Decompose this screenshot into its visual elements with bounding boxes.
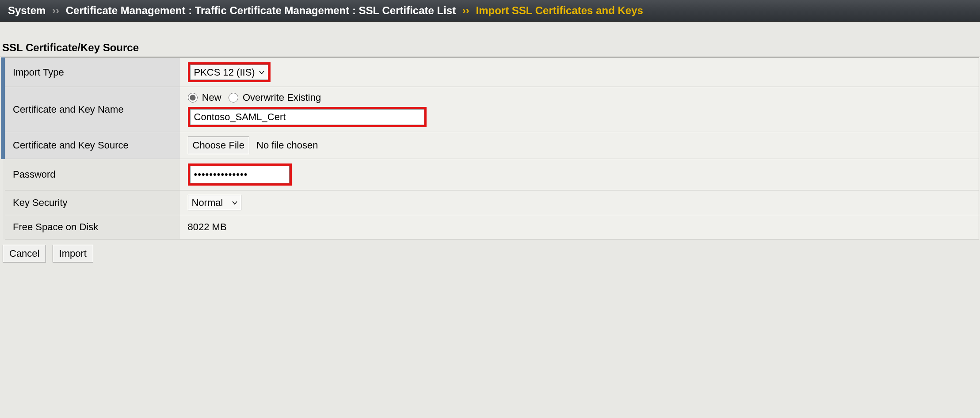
breadcrumb-current: Import SSL Certificates and Keys <box>476 4 643 16</box>
password-input[interactable] <box>190 166 290 183</box>
import-button[interactable]: Import <box>53 245 93 262</box>
breadcrumb-path[interactable]: Certificate Management : Traffic Certifi… <box>66 4 456 16</box>
breadcrumb-separator-icon: ›› <box>52 4 59 16</box>
row-cert-key-source: Certificate and Key Source Choose File N… <box>3 132 979 159</box>
label-cert-key-name: Certificate and Key Name <box>3 87 180 132</box>
row-free-space: Free Space on Disk 8022 MB <box>3 215 979 239</box>
row-key-security: Key Security Normal <box>3 190 979 215</box>
radio-overwrite[interactable] <box>229 93 238 103</box>
cert-name-input[interactable] <box>190 109 424 125</box>
cert-name-radio-group: New Overwrite Existing <box>188 91 971 103</box>
import-type-select[interactable]: PKCS 12 (IIS) <box>190 65 268 80</box>
label-free-space: Free Space on Disk <box>3 215 180 239</box>
radio-new[interactable] <box>188 93 198 103</box>
row-import-type: Import Type PKCS 12 (IIS) <box>3 58 979 87</box>
key-security-select[interactable]: Normal <box>188 195 241 210</box>
cancel-button[interactable]: Cancel <box>3 245 46 262</box>
radio-overwrite-label: Overwrite Existing <box>243 92 321 103</box>
highlight-cert-name <box>188 107 427 127</box>
section-title: SSL Certificate/Key Source <box>0 42 980 57</box>
file-chosen-status: No file chosen <box>256 140 318 151</box>
free-space-value: 8022 MB <box>180 215 979 239</box>
breadcrumb: System ›› Certificate Management : Traff… <box>0 0 980 22</box>
choose-file-button[interactable]: Choose File <box>188 137 249 154</box>
label-cert-key-source: Certificate and Key Source <box>3 132 180 159</box>
label-key-security: Key Security <box>3 190 180 215</box>
form-table: Import Type PKCS 12 (IIS) Certificate an… <box>1 57 979 239</box>
label-import-type: Import Type <box>3 58 180 87</box>
row-cert-key-name: Certificate and Key Name New Overwrite E… <box>3 87 979 132</box>
action-buttons: Cancel Import <box>0 239 980 268</box>
row-password: Password <box>3 159 979 190</box>
breadcrumb-separator-icon: ›› <box>462 4 469 16</box>
label-password: Password <box>3 159 180 190</box>
highlight-password <box>188 163 292 186</box>
radio-new-label: New <box>202 92 221 103</box>
breadcrumb-root[interactable]: System <box>8 4 46 16</box>
highlight-import-type: PKCS 12 (IIS) <box>188 62 271 82</box>
main-content: SSL Certificate/Key Source Import Type P… <box>0 22 980 268</box>
